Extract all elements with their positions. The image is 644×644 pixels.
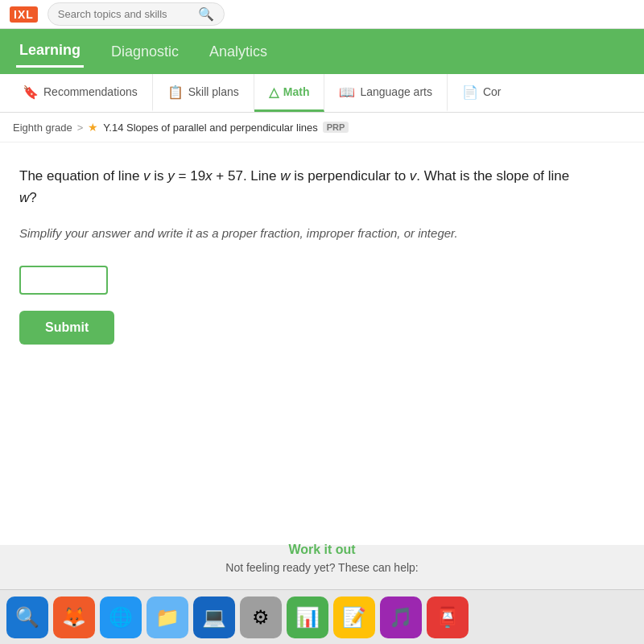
work-it-out-link[interactable]: Work it out <box>13 543 631 557</box>
var-w: w <box>280 168 290 184</box>
breadcrumb-grade[interactable]: Eighth grade <box>13 122 72 134</box>
var-v2: v <box>410 168 417 184</box>
bottom-help-section: Work it out Not feeling ready yet? These… <box>0 530 644 588</box>
tab-math-label: Math <box>283 85 310 98</box>
taskbar: 🔍 🦊 🌐 📁 💻 ⚙ 📊 📝 🎵 📮 <box>0 589 644 644</box>
search-input[interactable] <box>58 8 193 20</box>
logo-badge: IXL <box>10 6 38 23</box>
taskbar-finder[interactable]: 🔍 <box>6 597 48 638</box>
not-ready-text: Not feeling ready yet? These can help: <box>225 561 418 574</box>
nav-bar: Learning Diagnostic Analytics <box>0 29 644 74</box>
var-w2: w <box>19 190 29 205</box>
taskbar-icon-9[interactable]: 📮 <box>427 597 469 638</box>
tab-cor-label: Cor <box>483 85 502 98</box>
taskbar-icon-8[interactable]: 🎵 <box>380 597 422 638</box>
tab-recommendations[interactable]: 🔖 Recommendations <box>8 74 153 112</box>
nav-item-diagnostic[interactable]: Diagnostic <box>108 37 182 67</box>
breadcrumb: Eighth grade > ★ Y.14 Slopes of parallel… <box>0 113 644 142</box>
cor-icon: 📄 <box>462 85 478 100</box>
tab-recommendations-label: Recommendations <box>43 85 138 98</box>
taskbar-icon-5[interactable]: ⚙ <box>240 597 282 638</box>
breadcrumb-star-icon: ★ <box>88 121 98 134</box>
submit-button[interactable]: Submit <box>19 311 114 345</box>
tab-language-arts-label: Language arts <box>360 85 432 98</box>
answer-input[interactable] <box>19 266 108 295</box>
search-icon: 🔍 <box>198 6 214 22</box>
search-bar[interactable]: 🔍 <box>47 2 225 26</box>
taskbar-icon-7[interactable]: 📝 <box>333 597 375 638</box>
question-text: The equation of line v is y = 19x + 57. … <box>19 165 625 208</box>
nav-item-analytics[interactable]: Analytics <box>206 37 270 67</box>
tab-skill-plans[interactable]: 📋 Skill plans <box>153 74 254 112</box>
logo: IXL <box>10 6 38 23</box>
var-x: x <box>205 168 213 184</box>
taskbar-icon-1[interactable]: 🦊 <box>53 597 95 638</box>
recommendations-icon: 🔖 <box>23 85 39 100</box>
tab-skill-plans-label: Skill plans <box>188 85 239 98</box>
breadcrumb-badge: PRP <box>323 122 349 133</box>
var-v: v <box>143 168 151 184</box>
taskbar-icon-3[interactable]: 📁 <box>147 597 188 638</box>
taskbar-icon-4[interactable]: 💻 <box>193 597 235 638</box>
sub-nav: 🔖 Recommendations 📋 Skill plans △ Math 📖… <box>0 74 644 113</box>
instruction-text: Simplify your answer and write it as a p… <box>19 225 625 243</box>
nav-item-learning[interactable]: Learning <box>16 35 84 68</box>
skill-plans-icon: 📋 <box>167 85 184 100</box>
tab-language-arts[interactable]: 📖 Language arts <box>324 74 448 112</box>
main-content: The equation of line v is y = 19x + 57. … <box>0 142 644 545</box>
equation: y <box>167 168 175 184</box>
taskbar-icon-6[interactable]: 📊 <box>287 597 328 638</box>
taskbar-icon-2[interactable]: 🌐 <box>100 597 142 638</box>
language-arts-icon: 📖 <box>339 85 355 100</box>
math-icon: △ <box>269 85 279 100</box>
breadcrumb-skill-name: Y.14 Slopes of parallel and perpendicula… <box>103 122 317 134</box>
top-bar: IXL 🔍 <box>0 0 644 29</box>
breadcrumb-separator: > <box>77 122 84 134</box>
tab-cor[interactable]: 📄 Cor <box>448 74 516 112</box>
tab-math[interactable]: △ Math <box>254 74 325 112</box>
